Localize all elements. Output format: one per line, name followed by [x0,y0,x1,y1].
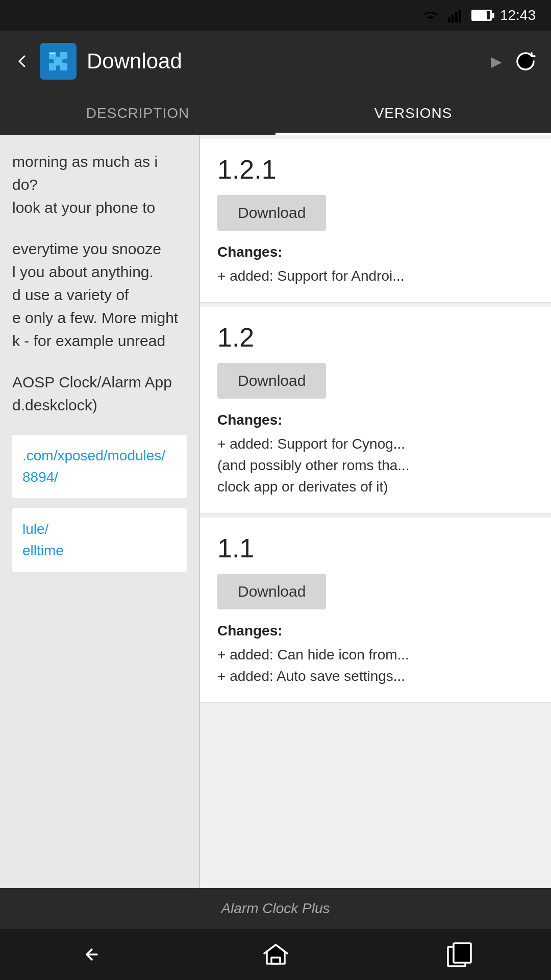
nav-bar [0,929,551,980]
desc-text-2: everytime you snoozel you about anything… [12,237,187,352]
changes-label-3: Changes: [217,623,534,639]
versions-panel: 1.2.1 Download Changes: + added: Support… [200,135,551,888]
bottom-label-bar: Alarm Clock Plus [0,888,551,929]
back-button[interactable] [12,43,77,80]
status-bar: 12:43 [0,0,551,31]
wifi-icon [421,8,440,22]
svg-rect-2 [455,12,458,22]
download-button-3[interactable]: Download [217,574,326,609]
version-card-3: 1.1 Download Changes: + added: Can hide … [200,518,551,703]
dropdown-arrow-icon: ▶ [491,53,502,70]
version-card-2: 1.2 Download Changes: + added: Support f… [200,307,551,513]
desc-text-3: AOSP Clock/Alarm Appd.deskclock) [12,371,187,416]
app-bar-title: Download [87,49,491,74]
signal-icon [448,8,463,22]
svg-rect-7 [454,943,471,963]
version-number-3: 1.1 [217,533,534,564]
desc-text-1: morning as much as i do?look at your pho… [12,150,187,219]
changes-text-2: + added: Support for Cynog...(and possib… [217,433,534,498]
puzzle-icon [45,48,71,75]
svg-rect-4 [50,53,55,54]
svg-rect-1 [452,15,454,22]
changes-label-2: Changes: [217,412,534,428]
svg-rect-3 [459,10,461,22]
content-area: morning as much as i do?look at your pho… [0,135,551,888]
download-button-1[interactable]: Download [217,195,326,231]
link-box-1[interactable]: .com/xposed/modules/8894/ [12,435,187,498]
refresh-button[interactable] [512,48,539,75]
tab-bar: Description Versions [0,92,551,135]
nav-recents-button[interactable] [439,939,480,970]
version-number-2: 1.2 [217,322,534,353]
changes-label-1: Changes: [217,244,534,260]
battery-icon [471,10,492,21]
link-box-2[interactable]: lule/elltime [12,508,187,572]
changes-text-1: + added: Support for Androi... [217,265,534,287]
status-icons: 12:43 [421,7,536,23]
link-text-1: .com/xposed/modules/8894/ [22,448,165,485]
version-card-1: 1.2.1 Download Changes: + added: Support… [200,139,551,303]
tab-description[interactable]: Description [0,92,276,135]
app-bar: Download ▶ [0,31,551,92]
version-number-1: 1.2.1 [217,154,534,185]
back-arrow-icon [12,51,33,71]
app-icon [40,43,77,80]
nav-home-button[interactable] [255,939,296,970]
left-panel-description: morning as much as i do?look at your pho… [0,135,199,888]
svg-rect-0 [448,17,450,22]
bottom-app-name: Alarm Clock Plus [221,900,330,917]
download-button-2[interactable]: Download [217,363,326,399]
tab-versions[interactable]: Versions [276,92,551,135]
link-text-2: lule/elltime [22,521,64,558]
changes-text-3: + added: Can hide icon from...+ added: A… [217,644,534,687]
status-time: 12:43 [500,7,536,23]
nav-back-button[interactable] [71,939,112,970]
